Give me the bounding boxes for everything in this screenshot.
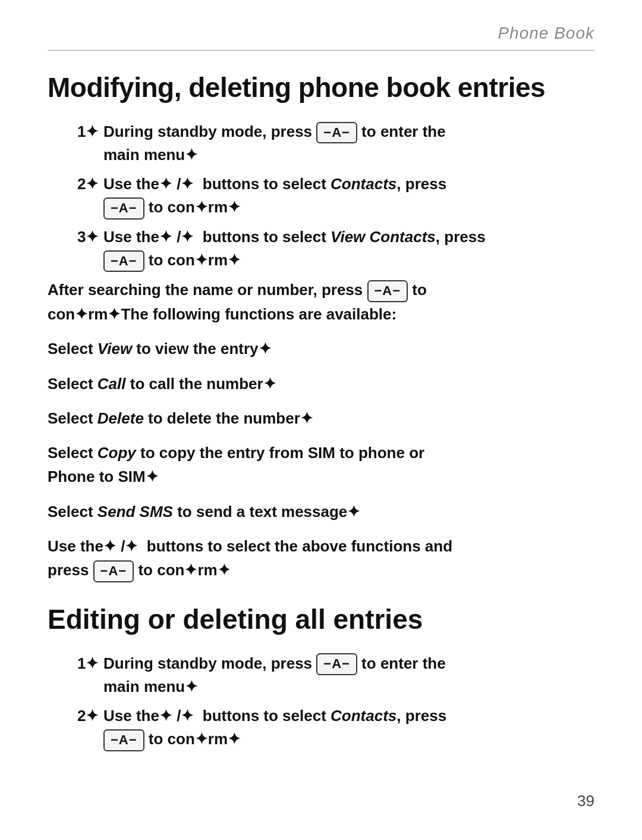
section1-title: Modifying, deleting phone book entries xyxy=(48,72,594,104)
step-1-text: During standby mode, press −A− to enter … xyxy=(103,120,594,167)
button-a-s2-1: −A− xyxy=(316,653,357,675)
step-3-text: Use the✦ /✦ buttons to select View Conta… xyxy=(103,225,594,272)
step-1: 1✦ During standby mode, press −A− to ent… xyxy=(77,120,594,167)
section1-steps: 1✦ During standby mode, press −A− to ent… xyxy=(77,120,594,272)
header-section: Phone Book xyxy=(48,24,594,51)
page-container: Phone Book Modifying, deleting phone boo… xyxy=(0,0,642,840)
section2-step-2-text: Use the✦ /✦ buttons to select Contacts, … xyxy=(103,704,594,751)
button-a-2: −A− xyxy=(103,198,144,220)
step-1-num: 1✦ xyxy=(77,120,103,143)
select-call: Select Call to call the number✦ xyxy=(48,372,594,396)
step-3-num: 3✦ xyxy=(77,225,103,249)
button-a-search: −A− xyxy=(367,280,408,302)
keyword-call: Call xyxy=(97,375,126,393)
section2-content: 1✦ During standby mode, press −A− to ent… xyxy=(48,652,594,751)
keyword-contacts-1: Contacts xyxy=(331,175,396,193)
section2-title: Editing or deleting all entries xyxy=(48,604,594,635)
closing-paragraph: Use the✦ /✦ buttons to select the above … xyxy=(48,534,594,582)
keyword-send-sms: Send SMS xyxy=(97,503,173,521)
step-2: 2✦ Use the✦ /✦ buttons to select Contact… xyxy=(77,173,594,220)
section1-content: 1✦ During standby mode, press −A− to ent… xyxy=(48,120,594,582)
select-copy: Select Copy to copy the entry from SIM t… xyxy=(48,441,594,489)
page-number: 39 xyxy=(577,792,594,810)
button-a-closing: −A− xyxy=(93,560,134,582)
select-view: Select View to view the entry✦ xyxy=(48,337,594,361)
step-3: 3✦ Use the✦ /✦ buttons to select View Co… xyxy=(77,225,594,272)
select-send-sms: Select Send SMS to send a text message✦ xyxy=(48,500,594,524)
select-delete: Select Delete to delete the number✦ xyxy=(48,406,594,430)
keyword-delete: Delete xyxy=(97,409,144,427)
keyword-view: View xyxy=(97,340,132,358)
step-2-text: Use the✦ /✦ buttons to select Contacts, … xyxy=(103,173,594,220)
header-title: Phone Book xyxy=(498,24,594,43)
button-a-1: −A− xyxy=(316,122,357,144)
section2-step-1: 1✦ During standby mode, press −A− to ent… xyxy=(77,652,594,699)
step-2-num: 2✦ xyxy=(77,173,103,196)
section2-step-2: 2✦ Use the✦ /✦ buttons to select Contact… xyxy=(77,704,594,751)
button-a-s2-2: −A− xyxy=(103,729,144,751)
keyword-view-contacts: View Contacts xyxy=(331,228,436,246)
keyword-copy: Copy xyxy=(97,444,136,462)
after-paragraph: After searching the name or number, pres… xyxy=(48,278,594,326)
section2-step-2-num: 2✦ xyxy=(77,704,103,728)
section2-step-1-text: During standby mode, press −A− to enter … xyxy=(103,652,594,699)
button-a-3: −A− xyxy=(103,250,144,272)
section2-step-1-num: 1✦ xyxy=(77,652,103,675)
section2-steps: 1✦ During standby mode, press −A− to ent… xyxy=(77,652,594,751)
keyword-contacts-2: Contacts xyxy=(331,707,396,725)
